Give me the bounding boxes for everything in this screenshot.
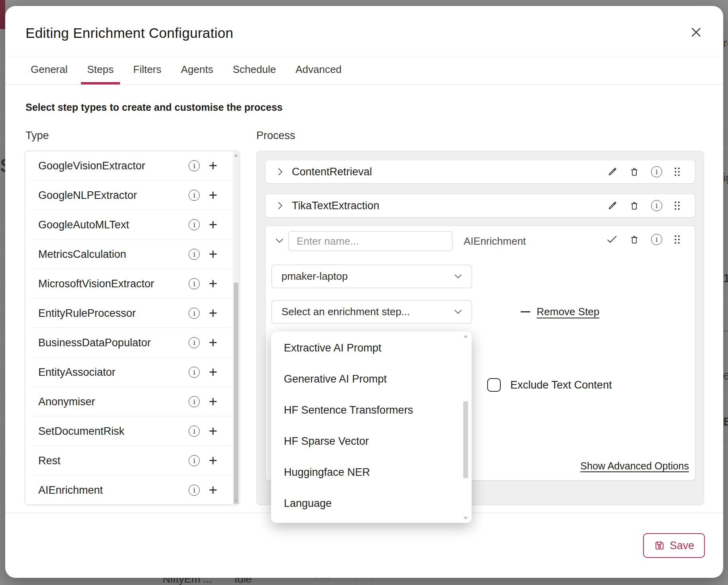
dropdown-option[interactable]: Extractive AI Prompt <box>271 332 472 363</box>
type-info-button[interactable]: i <box>189 219 200 230</box>
type-info-button[interactable]: i <box>189 485 200 496</box>
scrollbar-thumb[interactable] <box>463 401 468 478</box>
step-type-row: Rest i + <box>25 446 240 475</box>
background-divider <box>723 298 728 298</box>
delete-step-button[interactable] <box>629 167 639 177</box>
type-info-button[interactable]: i <box>189 455 200 466</box>
scroll-up-arrow-icon[interactable] <box>234 154 238 157</box>
add-step-type-button[interactable]: + <box>209 308 217 319</box>
step-type-name: GoogleAutoMLText <box>38 219 189 231</box>
background-divider <box>372 578 372 585</box>
step-type-row: AIEnrichment i + <box>25 475 240 505</box>
add-step-type-button[interactable]: + <box>209 160 217 171</box>
step-info-button[interactable]: i <box>651 234 662 245</box>
add-step-type-button[interactable]: + <box>209 485 217 496</box>
delete-step-button[interactable] <box>629 234 639 245</box>
type-info-button[interactable]: i <box>189 367 200 378</box>
plus-icon: + <box>209 426 217 437</box>
type-list-scrollbar[interactable] <box>233 151 239 505</box>
add-step-type-button[interactable]: + <box>209 396 217 407</box>
drag-handle-icon <box>674 167 681 177</box>
step-type-row: GoogleAutoMLText i + <box>25 210 240 239</box>
step-type-name: Rest <box>38 455 189 467</box>
chevron-right-icon[interactable] <box>277 201 284 210</box>
drag-step-handle[interactable] <box>674 167 681 177</box>
background-divider <box>0 309 5 309</box>
plus-icon: + <box>209 278 217 289</box>
chevron-down-icon[interactable] <box>275 237 284 244</box>
chevron-right-icon[interactable] <box>277 167 284 176</box>
tab[interactable]: Agents <box>175 57 220 84</box>
step-type-name: MetricsCalculation <box>38 248 189 261</box>
info-icon: i <box>189 249 200 260</box>
info-icon: i <box>189 455 200 466</box>
model-select[interactable]: pmaker-laptop <box>272 265 472 288</box>
confirm-step-button[interactable] <box>606 235 618 244</box>
background-text-fragment: ig <box>723 171 728 185</box>
step-info-button[interactable]: i <box>651 166 662 177</box>
delete-step-button[interactable] <box>629 200 639 211</box>
add-step-type-button[interactable]: + <box>209 278 217 289</box>
step-name-input[interactable] <box>288 231 453 251</box>
type-info-button[interactable]: i <box>189 190 200 201</box>
tab[interactable]: Schedule <box>226 57 282 84</box>
exclude-text-content-option[interactable]: Exclude Text Content <box>487 378 612 392</box>
drag-step-handle[interactable] <box>674 200 681 211</box>
dropdown-option[interactable]: HF Sparse Vector <box>271 426 472 457</box>
dropdown-scrollbar[interactable] <box>462 334 469 520</box>
plus-icon: + <box>209 219 217 230</box>
type-info-button[interactable]: i <box>189 308 200 319</box>
dropdown-option[interactable]: Language <box>271 488 472 519</box>
tab[interactable]: Advanced <box>289 57 348 84</box>
scroll-down-arrow-icon[interactable] <box>234 499 238 502</box>
step-type-name: Anonymiser <box>38 396 189 408</box>
scroll-up-arrow-icon[interactable] <box>464 335 468 338</box>
step-info-button[interactable]: i <box>651 200 662 211</box>
tab[interactable]: Filters <box>127 57 168 84</box>
tab-label: Filters <box>133 63 161 76</box>
dropdown-option[interactable]: HF Sentence Transformers <box>271 395 472 426</box>
edit-enrichment-dialog: Editing Enrichment Configuration General… <box>5 6 723 578</box>
dropdown-option[interactable]: Huggingface NER <box>271 457 472 488</box>
save-button[interactable]: Save <box>643 533 705 558</box>
show-advanced-options-link[interactable]: Show Advanced Options <box>580 460 689 472</box>
scroll-down-arrow-icon[interactable] <box>464 517 468 520</box>
enrichment-step-select[interactable]: Select an enrichment step... <box>272 300 472 324</box>
remove-step-link[interactable]: Remove Step <box>521 300 600 324</box>
edit-step-button[interactable] <box>607 167 618 177</box>
add-step-type-button[interactable]: + <box>209 337 217 348</box>
chevron-down-icon <box>454 309 462 314</box>
close-button[interactable] <box>688 24 704 40</box>
process-step-row[interactable]: TikaTextExtraction <box>265 194 695 218</box>
process-step-row[interactable]: ContentRetrieval <box>265 160 695 184</box>
tab[interactable]: General <box>24 57 74 84</box>
info-icon: i <box>189 396 200 407</box>
type-info-button[interactable]: i <box>189 396 200 407</box>
step-type-row: SetDocumentRisk i + <box>25 416 240 446</box>
add-step-type-button[interactable]: + <box>209 190 217 201</box>
scrollbar-thumb[interactable] <box>234 283 238 504</box>
type-info-button[interactable]: i <box>189 278 200 289</box>
add-step-type-button[interactable]: + <box>209 219 217 230</box>
dropdown-option[interactable]: Generative AI Prompt <box>271 363 472 395</box>
type-info-button[interactable]: i <box>189 249 200 260</box>
info-icon: i <box>189 308 200 319</box>
plus-icon: + <box>209 160 217 171</box>
info-icon: i <box>189 160 200 171</box>
type-info-button[interactable]: i <box>189 337 200 348</box>
background-divider <box>0 281 5 281</box>
background-divider <box>0 225 5 226</box>
tab[interactable]: Steps <box>81 57 120 84</box>
add-step-type-button[interactable]: + <box>209 455 217 466</box>
add-step-type-button[interactable]: + <box>209 249 217 260</box>
type-info-button[interactable]: i <box>189 426 200 437</box>
drag-step-handle[interactable] <box>674 234 681 245</box>
add-step-type-button[interactable]: + <box>209 367 217 378</box>
info-icon: i <box>189 485 200 496</box>
exclude-text-content-checkbox[interactable] <box>487 378 501 392</box>
background-text-fragment: re <box>723 37 728 50</box>
edit-step-button[interactable] <box>607 200 618 211</box>
type-info-button[interactable]: i <box>189 160 200 171</box>
add-step-type-button[interactable]: + <box>209 426 217 437</box>
dropdown-option-label: Extractive AI Prompt <box>284 342 382 354</box>
